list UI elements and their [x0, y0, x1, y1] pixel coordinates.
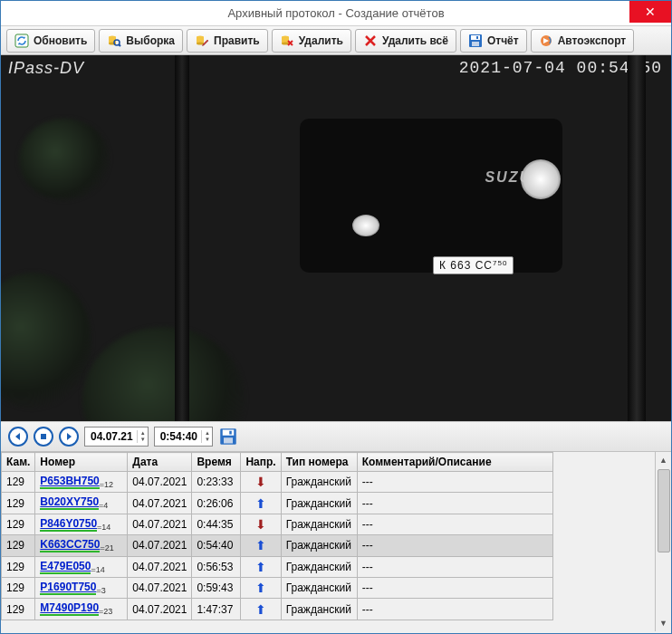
cell-plate[interactable]: B020XY750=4 — [35, 493, 128, 514]
report-button[interactable]: Отчёт — [460, 29, 527, 53]
scroll-down-button[interactable]: ▼ — [656, 615, 671, 631]
vertical-scrollbar[interactable]: ▲ ▼ — [655, 452, 671, 631]
cell-direction: ⬆ — [241, 556, 281, 577]
cell-comment: --- — [357, 577, 552, 598]
header-date[interactable]: Дата — [128, 453, 192, 472]
pole — [628, 55, 646, 421]
cell-date: 04.07.2021 — [128, 514, 192, 534]
cell-type: Гражданский — [281, 556, 357, 577]
window-title: Архивный протокол - Создание отчётов — [227, 6, 444, 20]
edit-label: Править — [214, 34, 260, 47]
table-row[interactable]: 129P653BH750=1204.07.20210:23:33⬇Граждан… — [2, 472, 553, 493]
prev-button[interactable] — [8, 427, 28, 447]
cell-camera: 129 — [2, 599, 35, 620]
foliage — [82, 327, 245, 421]
delete-all-button[interactable]: Удалить всё — [355, 29, 456, 53]
header-type[interactable]: Тип номера — [281, 453, 357, 472]
cell-time: 0:44:35 — [192, 514, 241, 534]
cell-plate[interactable]: M7490P190=23 — [35, 599, 128, 620]
refresh-button[interactable]: Обновить — [6, 29, 95, 53]
vehicle-shape: SUZUKI — [300, 119, 562, 273]
header-comment[interactable]: Комментарий/Описание — [357, 453, 552, 472]
cell-plate[interactable]: P653BH750=12 — [35, 472, 128, 493]
cell-time: 0:56:53 — [192, 556, 241, 577]
video-source-label: IPass-DV — [8, 59, 84, 78]
cell-comment: --- — [357, 493, 552, 514]
video-preview: IPass-DV 2021-07-04 00:54:50 SUZUKI К 66… — [1, 55, 671, 421]
close-button[interactable]: ✕ — [629, 1, 671, 23]
cell-comment: --- — [357, 556, 552, 577]
date-spinner[interactable]: 04.07.21 ▲▼ — [84, 427, 149, 447]
delete-all-icon — [363, 34, 378, 48]
table-row[interactable]: 129M7490P190=2304.07.20211:47:37⬆Граждан… — [2, 599, 553, 620]
titlebar: Архивный протокол - Создание отчётов ✕ — [1, 1, 671, 26]
table-row[interactable]: 129P846Y0750=1404.07.20210:44:35⬇Граждан… — [2, 514, 553, 534]
cell-time: 0:23:33 — [192, 472, 241, 493]
svg-rect-19 — [223, 430, 235, 436]
cell-comment: --- — [357, 472, 552, 493]
arrow-up-icon: ⬆ — [255, 581, 266, 595]
cell-plate[interactable]: E479E050=14 — [35, 556, 128, 577]
scroll-up-button[interactable]: ▲ — [656, 452, 671, 468]
delete-label: Удалить — [299, 34, 343, 47]
delete-button[interactable]: Удалить — [272, 29, 351, 53]
cell-direction: ⬆ — [241, 599, 281, 620]
cell-date: 04.07.2021 — [128, 577, 192, 598]
cell-camera: 129 — [2, 493, 35, 514]
cell-time: 0:59:43 — [192, 577, 241, 598]
cell-camera: 129 — [2, 514, 35, 534]
spinner-arrows[interactable]: ▲▼ — [201, 430, 210, 443]
spinner-arrows[interactable]: ▲▼ — [137, 430, 146, 443]
edit-button[interactable]: Править — [187, 29, 268, 53]
filter-button[interactable]: Выборка — [99, 29, 183, 53]
cell-time: 1:47:37 — [192, 599, 241, 620]
save-frame-button[interactable] — [218, 427, 238, 447]
time-spinner[interactable]: 0:54:40 ▲▼ — [154, 427, 213, 447]
arrow-up-icon: ⬆ — [255, 560, 266, 574]
next-button[interactable] — [59, 427, 79, 447]
cell-type: Гражданский — [281, 577, 357, 598]
svg-rect-20 — [224, 437, 233, 443]
autoexport-icon — [539, 34, 553, 48]
cell-comment: --- — [357, 535, 552, 556]
scroll-thumb[interactable] — [658, 469, 670, 552]
stop-button[interactable] — [34, 427, 53, 447]
cell-date: 04.07.2021 — [128, 472, 192, 493]
cell-camera: 129 — [2, 577, 35, 598]
cell-plate[interactable]: P846Y0750=14 — [35, 514, 128, 534]
cell-plate[interactable]: K663CC750=21 — [35, 535, 128, 556]
svg-rect-21 — [229, 431, 232, 435]
cell-type: Гражданский — [281, 599, 357, 620]
svg-rect-17 — [41, 434, 46, 439]
cell-type: Гражданский — [281, 472, 357, 493]
delete-icon — [280, 34, 294, 48]
cell-time: 0:54:40 — [192, 535, 241, 556]
cell-plate[interactable]: P1690T750=3 — [35, 577, 128, 598]
cell-direction: ⬆ — [241, 535, 281, 556]
cell-camera: 129 — [2, 535, 35, 556]
arrow-down-icon: ⬇ — [255, 475, 266, 489]
foliage — [19, 119, 110, 200]
header-camera[interactable]: Кам. — [2, 453, 35, 472]
svg-rect-0 — [15, 34, 28, 47]
cell-date: 04.07.2021 — [128, 535, 192, 556]
table-area: Кам. Номер Дата Время Напр. Тип номера К… — [1, 452, 671, 631]
header-direction[interactable]: Напр. — [241, 453, 281, 472]
autoexport-button[interactable]: Автоэкспорт — [531, 29, 635, 53]
arrow-up-icon: ⬆ — [255, 602, 266, 617]
header-time[interactable]: Время — [192, 453, 241, 472]
table-row[interactable]: 129K663CC750=2104.07.20210:54:40⬆Граждан… — [2, 535, 553, 556]
cell-time: 0:26:06 — [192, 493, 241, 514]
table-row[interactable]: 129P1690T750=304.07.20210:59:43⬆Гражданс… — [2, 577, 553, 598]
save-icon — [468, 34, 483, 48]
cell-direction: ⬆ — [241, 493, 281, 514]
table-row[interactable]: 129B020XY750=404.07.20210:26:06⬆Гражданс… — [2, 493, 553, 514]
table-row[interactable]: 129E479E050=1404.07.20210:56:53⬆Гражданс… — [2, 556, 553, 577]
close-icon: ✕ — [645, 5, 656, 19]
header-number[interactable]: Номер — [35, 453, 128, 472]
headlight — [521, 159, 561, 199]
report-label: Отчёт — [487, 34, 519, 47]
filter-label: Выборка — [126, 34, 175, 47]
license-plate: К 663 СС750 — [433, 256, 514, 274]
time-value: 0:54:40 — [160, 430, 197, 443]
